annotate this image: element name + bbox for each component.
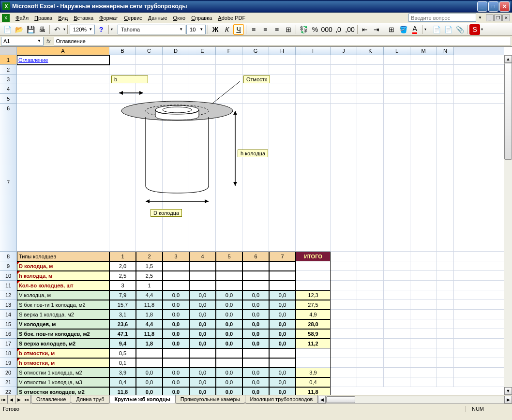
align-center-icon[interactable]: ≡	[260, 24, 271, 35]
cell-E18[interactable]	[189, 348, 216, 358]
cell-F12[interactable]: 0,0	[216, 290, 242, 300]
horizontal-scrollbar[interactable]: ◀ ▶	[317, 395, 512, 404]
maximize-button[interactable]: □	[488, 1, 498, 12]
col-header-E[interactable]: E	[189, 47, 216, 55]
cell-F14[interactable]: 0,0	[216, 310, 242, 319]
cell-F19[interactable]	[216, 358, 242, 368]
cell-D16[interactable]: 0,0	[163, 329, 189, 339]
cell-G10[interactable]	[242, 271, 269, 281]
zoom-dropdown[interactable]: 120%▼	[70, 25, 95, 34]
cell-H13[interactable]: 0,0	[269, 300, 296, 310]
cell-D20[interactable]: 0,0	[163, 368, 189, 377]
select-all-corner[interactable]	[0, 47, 17, 55]
menu-сервис[interactable]: Сервис	[121, 14, 145, 22]
row-header-7[interactable]: 7	[0, 113, 17, 252]
cell-B18[interactable]: 0,5	[109, 348, 136, 358]
toc-link[interactable]: Оглавление	[18, 57, 48, 63]
pdf3-icon[interactable]: 📎	[454, 24, 465, 35]
cell-D22[interactable]: 0,0	[163, 387, 189, 395]
cell-F8[interactable]: 5	[216, 252, 242, 261]
col-header-G[interactable]: G	[242, 47, 269, 55]
vertical-scrollbar[interactable]: ▲ ▼	[504, 55, 512, 395]
cell-C8[interactable]: 2	[136, 252, 163, 261]
menu-вставка[interactable]: Вставка	[71, 14, 96, 22]
tab-0[interactable]: Оглавление	[31, 395, 71, 404]
print-icon[interactable]: 🖶	[37, 24, 47, 35]
cell-B8[interactable]: 1	[109, 252, 136, 261]
col-header-J[interactable]: J	[331, 47, 357, 55]
dec-indent-icon[interactable]: ⇤	[360, 24, 370, 35]
tab-prev-icon[interactable]: ◀	[8, 395, 15, 404]
row-header-12[interactable]: 12	[0, 290, 17, 300]
cell-I8[interactable]: ИТОГО	[296, 252, 331, 261]
cell-C20[interactable]: 0,0	[136, 368, 163, 377]
cell-G12[interactable]: 0,0	[242, 290, 269, 300]
cell-I9[interactable]	[296, 261, 331, 271]
cell-B10[interactable]: 2,5	[109, 271, 136, 281]
close-button[interactable]: ✕	[499, 1, 510, 12]
pdf2-icon[interactable]: 📄	[443, 24, 453, 35]
tab-next-icon[interactable]: ▶	[15, 395, 23, 404]
cell-H11[interactable]	[269, 281, 296, 290]
col-header-N[interactable]: N	[437, 47, 454, 55]
cell-I18[interactable]	[296, 348, 331, 358]
row-header-1[interactable]: 1	[0, 55, 17, 65]
row-header-9[interactable]: 9	[0, 261, 17, 271]
cell-D11[interactable]	[163, 281, 189, 290]
cell-F11[interactable]	[216, 281, 242, 290]
cell-E13[interactable]: 0,0	[189, 300, 216, 310]
snagit-icon[interactable]: S	[469, 24, 480, 35]
open-icon[interactable]: 📂	[14, 24, 24, 35]
col-header-L[interactable]: L	[384, 47, 410, 55]
row-header-13[interactable]: 13	[0, 300, 17, 310]
cell-C21[interactable]: 0,0	[136, 377, 163, 387]
cell-A10[interactable]: h колодца, м	[17, 271, 109, 281]
percent-icon[interactable]: %	[310, 24, 320, 35]
cell-H18[interactable]	[269, 348, 296, 358]
cell-G14[interactable]: 0,0	[242, 310, 269, 319]
cell-D13[interactable]: 0,0	[163, 300, 189, 310]
cell-A9[interactable]: D колодца, м	[17, 261, 109, 271]
row-header-8[interactable]: 8	[0, 252, 17, 261]
cell-D12[interactable]: 0,0	[163, 290, 189, 300]
cell-H17[interactable]: 0,0	[269, 339, 296, 348]
col-header-I[interactable]: I	[296, 47, 331, 55]
row-header-20[interactable]: 20	[0, 368, 17, 377]
cell-C13[interactable]: 11,8	[136, 300, 163, 310]
cell-A8[interactable]: Типы колодцев	[17, 252, 109, 261]
scroll-thumb-v[interactable]	[504, 63, 512, 160]
scroll-up-icon[interactable]: ▲	[504, 55, 512, 63]
col-header-F[interactable]: F	[216, 47, 242, 55]
tab-first-icon[interactable]: ⏮	[0, 395, 8, 404]
cell-I16[interactable]: 58,9	[296, 329, 331, 339]
cell-A14[interactable]: S верха 1 колодца, м2	[17, 310, 109, 319]
menu-вид[interactable]: Вид	[55, 14, 71, 22]
cell-G11[interactable]	[242, 281, 269, 290]
cell-E20[interactable]: 0,0	[189, 368, 216, 377]
cell-D14[interactable]: 0,0	[163, 310, 189, 319]
cell-A18[interactable]: b отмостки, м	[17, 348, 109, 358]
currency-icon[interactable]: 💱	[298, 24, 309, 35]
fontsize-dropdown[interactable]: 10▼	[186, 25, 206, 34]
cell-B12[interactable]: 7,9	[109, 290, 136, 300]
align-right-icon[interactable]: ≡	[271, 24, 282, 35]
toolbar-options-icon[interactable]: ▾	[111, 27, 113, 31]
menu-adobe pdf[interactable]: Adobe PDF	[215, 14, 248, 22]
pdf-icon[interactable]: 📄	[431, 24, 442, 35]
cell-B11[interactable]: 3	[109, 281, 136, 290]
cell-H12[interactable]: 0,0	[269, 290, 296, 300]
cell-C10[interactable]: 2,5	[136, 271, 163, 281]
cell-E14[interactable]: 0,0	[189, 310, 216, 319]
cell-B19[interactable]: 0,1	[109, 358, 136, 368]
row-header-5[interactable]: 5	[0, 94, 17, 104]
cell-H20[interactable]: 0,0	[269, 368, 296, 377]
tab-4[interactable]: Изоляция трубопроводов	[245, 395, 318, 404]
formula-input[interactable]: Оглавление	[54, 37, 511, 45]
cell-B15[interactable]: 23,6	[109, 319, 136, 329]
merge-icon[interactable]: ⊞	[283, 24, 294, 35]
cell-H19[interactable]	[269, 358, 296, 368]
cell-A16[interactable]: S бок. пов-ти колодцев, м2	[17, 329, 109, 339]
cell-B14[interactable]: 3,1	[109, 310, 136, 319]
dec-decimal-icon[interactable]: ,00	[345, 24, 355, 35]
cell-A20[interactable]: S отмостки 1 колодца, м2	[17, 368, 109, 377]
